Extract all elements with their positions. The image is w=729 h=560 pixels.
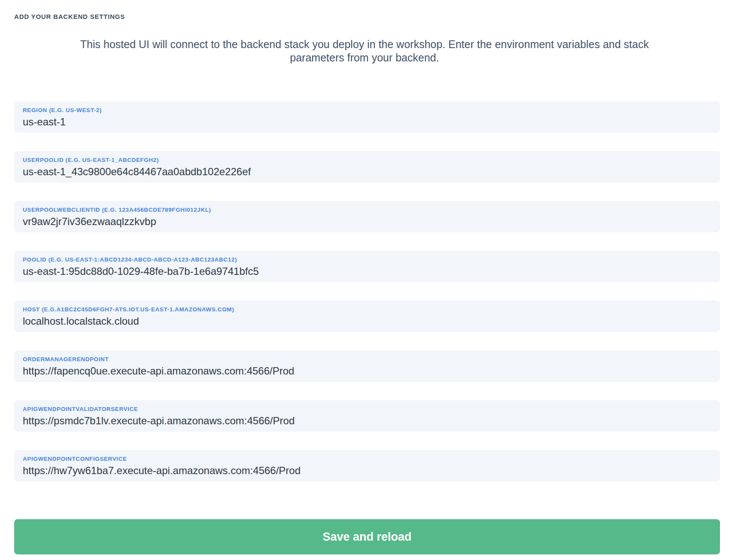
poolid-field: POOLID (E.G. US-EAST-1:ABCD1234-ABCD-ABC…	[14, 251, 720, 282]
region-input[interactable]	[23, 116, 711, 128]
apigwendpointconfigservice-input[interactable]	[23, 464, 711, 477]
settings-form: REGION (E.G. US-WEST-2) USERPOOLID (E.G.…	[0, 101, 729, 481]
page-title: ADD YOUR BACKEND SETTINGS	[14, 13, 729, 21]
userpoolwebclientid-field: USERPOOLWEBCLIENTID (E.G. 123A456BCDE789…	[14, 201, 720, 232]
region-field: REGION (E.G. US-WEST-2)	[14, 101, 720, 133]
apigwendpointconfigservice-label: APIGWENDPOINTCONFIGSERVICE	[23, 456, 711, 463]
ordermanagerendpoint-label: ORDERMANAGERENDPOINT	[23, 356, 711, 363]
userpoolid-input[interactable]	[23, 165, 711, 178]
host-field: HOST (E.G.A1BC2C45D6FGH7-ATS.IOT.US-EAST…	[14, 301, 720, 332]
save-and-reload-button[interactable]: Save and reload	[14, 519, 720, 554]
userpoolwebclientid-label: USERPOOLWEBCLIENTID (E.G. 123A456BCDE789…	[23, 207, 711, 213]
poolid-label: POOLID (E.G. US-EAST-1:ABCD1234-ABCD-ABC…	[23, 256, 711, 263]
region-label: REGION (E.G. US-WEST-2)	[23, 107, 711, 114]
poolid-input[interactable]	[23, 265, 711, 278]
userpoolid-field: USERPOOLID (E.G. US-EAST-1_ABCDEFGH2)	[14, 151, 720, 183]
apigwendpointvalidatorservice-label: APIGWENDPOINTVALIDATORSERVICE	[23, 406, 711, 413]
apigwendpointconfigservice-field: APIGWENDPOINTCONFIGSERVICE	[14, 450, 720, 481]
host-input[interactable]	[23, 315, 711, 328]
apigwendpointvalidatorservice-input[interactable]	[23, 414, 711, 427]
ordermanagerendpoint-field: ORDERMANAGERENDPOINT	[14, 350, 720, 382]
apigwendpointvalidatorservice-field: APIGWENDPOINTVALIDATORSERVICE	[14, 400, 720, 432]
page-subtitle: This hosted UI will connect to the backe…	[64, 38, 665, 64]
userpoolid-label: USERPOOLID (E.G. US-EAST-1_ABCDEFGH2)	[23, 157, 711, 164]
host-label: HOST (E.G.A1BC2C45D6FGH7-ATS.IOT.US-EAST…	[23, 306, 711, 313]
userpoolwebclientid-input[interactable]	[23, 215, 711, 228]
ordermanagerendpoint-input[interactable]	[23, 365, 711, 377]
